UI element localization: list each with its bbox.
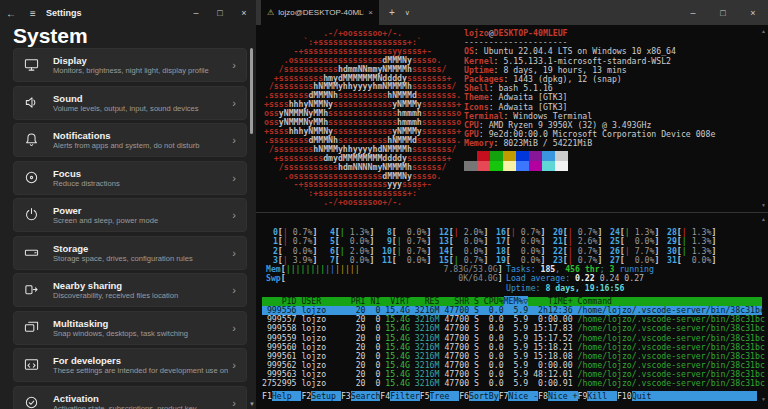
terminal-tab-title: lojzo@DESKTOP-40MLEL (278, 8, 364, 17)
settings-item-subtitle: Alerts from apps and system, do not dist… (53, 141, 228, 150)
notifications-icon (24, 132, 40, 148)
fkey-f4[interactable]: F4 (380, 391, 390, 401)
fkey-label-help[interactable]: Help (272, 391, 302, 401)
fkey-label-nice[interactable]: Nice + (548, 391, 578, 401)
settings-item-sound[interactable]: SoundVolume levels, output, input, sound… (13, 86, 247, 120)
back-icon[interactable]: ← (0, 8, 22, 19)
settings-item-subtitle: Reduce distractions (53, 179, 228, 188)
tab-dropdown-icon[interactable]: ∨ (405, 9, 410, 17)
activation-icon (24, 395, 40, 409)
settings-scrollbar-thumb[interactable] (250, 48, 253, 134)
settings-scroll-down-icon[interactable]: ▼ (249, 401, 255, 407)
chevron-right-icon: › (232, 322, 236, 334)
settings-item-title: Notifications (53, 130, 228, 141)
fkey-label-tree[interactable]: Tree (430, 391, 460, 401)
sound-icon (24, 95, 40, 111)
terminal-tab[interactable]: ⚠ lojzo@DESKTOP-40MLEL × (261, 0, 379, 25)
tab-close-icon[interactable]: × (368, 8, 373, 17)
palette-swatch (542, 151, 555, 161)
palette-swatch (490, 151, 503, 161)
fkey-f3[interactable]: F3 (341, 391, 351, 401)
neofetch-ubuntu-logo: .-/+oossssoo+/-. `:+ssssssssssssssssss+:… (264, 29, 461, 207)
settings-item-subtitle: Monitors, brightness, night light, displ… (53, 66, 228, 75)
fkey-label-kill[interactable]: Kill (587, 391, 617, 401)
chevron-right-icon: › (232, 359, 236, 371)
palette-swatch (529, 161, 542, 171)
palette-swatch (477, 151, 490, 161)
scroll-down-icon[interactable]: ▼ (761, 202, 766, 208)
settings-item-display[interactable]: DisplayMonitors, brightness, night light… (13, 48, 247, 82)
fkey-f6[interactable]: F6 (459, 391, 469, 401)
settings-item-power[interactable]: PowerScreen and sleep, power mode› (13, 198, 247, 232)
settings-item-multitasking[interactable]: MultitaskingSnap windows, desktops, task… (13, 311, 247, 345)
settings-item-title: Nearby sharing (53, 280, 228, 291)
close-button[interactable]: × (738, 8, 768, 18)
fkey-f1[interactable]: F1 (262, 391, 272, 401)
focus-icon (24, 170, 40, 186)
storage-icon (24, 245, 40, 261)
display-icon (24, 57, 40, 73)
fkey-label-sortby[interactable]: SortBy (469, 391, 499, 401)
settings-window: ← ≡ Settings – □ × System DisplayMonitor… (0, 0, 256, 409)
for-developers-icon (24, 357, 40, 373)
palette-swatch (503, 161, 516, 171)
fkey-f8[interactable]: F8 (538, 391, 548, 401)
fkey-f9[interactable]: F9 (578, 391, 588, 401)
multitasking-icon (24, 320, 40, 336)
settings-item-title: Display (53, 55, 228, 66)
settings-item-title: Focus (53, 168, 228, 179)
palette-swatch (529, 151, 542, 161)
menu-icon[interactable]: ≡ (22, 8, 44, 19)
maximize-button[interactable]: □ (708, 8, 738, 18)
settings-list: DisplayMonitors, brightness, night light… (13, 48, 247, 409)
fkey-label-nice[interactable]: Nice - (508, 391, 538, 401)
settings-item-focus[interactable]: FocusReduce distractions› (13, 161, 247, 195)
fkey-f5[interactable]: F5 (420, 391, 430, 401)
page-title: System (13, 24, 88, 48)
fkey-label-quit[interactable]: Quit (632, 391, 662, 401)
chevron-right-icon: › (232, 284, 236, 296)
fkey-f2[interactable]: F2 (301, 391, 311, 401)
settings-item-nearby-sharing[interactable]: Nearby sharingDiscoverability, received … (13, 273, 247, 307)
settings-item-subtitle: Screen and sleep, power mode (53, 216, 228, 225)
chevron-right-icon: › (232, 172, 236, 184)
settings-item-notifications[interactable]: NotificationsAlerts from apps and system… (13, 123, 247, 157)
fkey-label-setup[interactable]: Setup (311, 391, 341, 401)
fkey-f7[interactable]: F7 (499, 391, 509, 401)
settings-item-subtitle: Volume levels, output, input, sound devi… (53, 104, 228, 113)
nearby-sharing-icon (24, 282, 40, 298)
settings-item-title: Power (53, 205, 228, 216)
maximize-button[interactable]: □ (208, 8, 232, 18)
scroll-up-icon[interactable]: ▲ (761, 216, 766, 222)
settings-titlebar: ← ≡ Settings – □ × (0, 0, 256, 26)
chevron-right-icon: › (232, 247, 236, 259)
close-button[interactable]: × (232, 8, 256, 18)
admin-warning-icon: ⚠ (267, 8, 274, 17)
neofetch-info: lojzo@DESKTOP-40MLEUF-------------------… (464, 29, 715, 149)
settings-item-activation[interactable]: ActivationActivation state, subscription… (13, 386, 247, 409)
palette-swatch (503, 151, 516, 161)
fkey-label-filter[interactable]: Filter (390, 391, 420, 401)
pane-divider[interactable] (256, 212, 768, 213)
process-row[interactable]: 2752995 lojzo 20 0 15.4G 3216M 47700 S 0… (262, 379, 762, 388)
chevron-right-icon: › (232, 209, 236, 221)
scroll-down-icon[interactable]: ▼ (761, 396, 766, 402)
palette-swatch (464, 161, 477, 171)
settings-item-for-developers[interactable]: For developersThese settings are intende… (13, 348, 247, 382)
chevron-right-icon: › (232, 59, 236, 71)
settings-item-storage[interactable]: StorageStorage space, drives, configurat… (13, 236, 247, 270)
fkey-f10[interactable]: F10 (617, 391, 632, 401)
settings-item-subtitle: Snap windows, desktops, task switching (53, 329, 228, 338)
new-tab-button[interactable]: + (389, 7, 395, 18)
htop-uptime: Uptime: 8 days, 19:16:56 (506, 284, 624, 293)
chevron-right-icon: › (232, 397, 236, 409)
scroll-up-icon[interactable]: ▲ (761, 28, 766, 34)
minimize-button[interactable]: – (678, 8, 708, 18)
settings-item-title: Multitasking (53, 318, 228, 329)
cpu-meter-31: 31[ 0.0%] (667, 256, 716, 265)
fkey-label-search[interactable]: Search (351, 391, 381, 401)
palette-swatch (464, 151, 477, 161)
htop-process-table: PID USER PRI NI VIRT RES SHR S CPU%MEM%▽… (262, 297, 762, 389)
palette-swatch (555, 151, 568, 161)
minimize-button[interactable]: – (184, 8, 208, 18)
